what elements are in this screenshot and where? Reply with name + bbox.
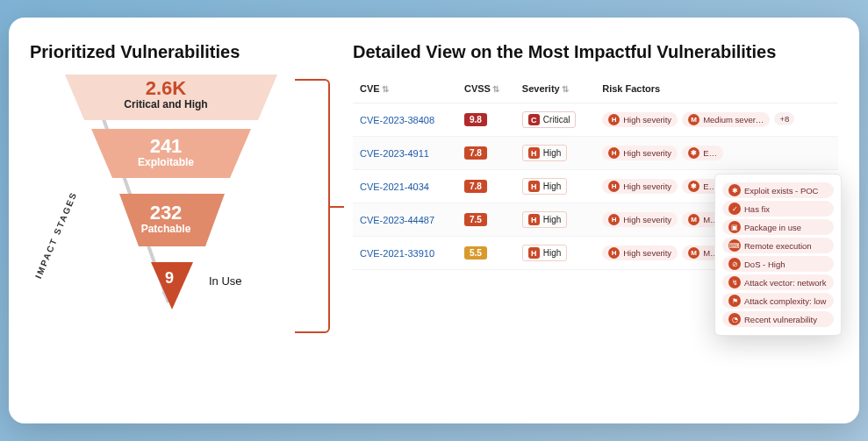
severity-badge: H High <box>522 245 568 261</box>
popover-item-label: Remote execution <box>744 241 812 251</box>
cvss-badge: 7.8 <box>464 180 487 193</box>
popover-item[interactable]: ✓Has fix <box>722 201 834 217</box>
stage2-label: Exploitable <box>30 156 302 168</box>
popover-item[interactable]: ⌨Remote execution <box>722 238 834 253</box>
risk-icon: ⌨ <box>728 239 741 252</box>
right-panel: Detailed View on the Most Impactful Vuln… <box>311 42 838 408</box>
popover-item-label: DoS - High <box>744 260 785 269</box>
risk-icon: ✓ <box>728 203 741 215</box>
risk-factors-popover: ✱Exploit exists - POC✓Has fix▣Package in… <box>714 174 842 336</box>
table-row[interactable]: CVE-2023-38408 9.8 C Critical HHigh seve… <box>353 103 838 137</box>
popover-item[interactable]: ⊘DoS - High <box>722 256 834 272</box>
cvss-badge: 5.5 <box>464 246 487 260</box>
sort-icon: ⇅ <box>562 84 569 94</box>
cve-link[interactable]: CVE-2023-4911 <box>360 148 429 159</box>
col-cvss-label: CVSS <box>464 83 491 94</box>
table-row[interactable]: CVE-2023-4911 7.8 H High HHigh severity … <box>353 137 838 170</box>
col-cve[interactable]: CVE⇅ <box>353 75 457 103</box>
risk-factor-pill[interactable]: HHigh severity <box>602 212 678 227</box>
severity-badge: C Critical <box>522 111 577 128</box>
col-cve-label: CVE <box>360 83 380 94</box>
stage3-label: Patchable <box>30 223 302 235</box>
popover-item[interactable]: ✱Exploit exists - POC <box>722 182 834 198</box>
severity-badge: H High <box>522 211 568 228</box>
funnel-chart: 2.6K Critical and High 241 Exploitable 2… <box>30 75 302 373</box>
funnel-stage-2: 241 Exploitable <box>30 136 302 168</box>
stage2-value: 241 <box>30 136 302 156</box>
col-risk: Risk Factors <box>595 75 838 103</box>
popover-item[interactable]: ▣Package in use <box>722 219 834 235</box>
popover-item-label: Has fix <box>744 204 770 214</box>
risk-icon: ◔ <box>728 313 741 325</box>
sort-icon: ⇅ <box>382 84 389 94</box>
popover-item[interactable]: ⚑Attack complexity: low <box>722 293 834 309</box>
cvss-badge: 9.8 <box>464 113 487 126</box>
cve-link[interactable]: CVE-2021-33910 <box>360 248 434 259</box>
popover-item-label: Exploit exists - POC <box>744 186 818 196</box>
col-severity-label: Severity <box>522 83 560 94</box>
cve-link[interactable]: CVE-2023-38408 <box>360 115 434 125</box>
right-title: Detailed View on the Most Impactful Vuln… <box>353 42 838 62</box>
stage1-value: 2.6K <box>30 78 302 98</box>
more-badge[interactable]: +8 <box>774 112 794 125</box>
severity-badge: H High <box>522 145 568 161</box>
stage4-value: 9 <box>165 269 174 288</box>
risk-icon: ⊘ <box>728 258 741 270</box>
col-severity[interactable]: Severity⇅ <box>515 75 595 103</box>
left-panel: Prioritized Vulnerabilities 2.6K Critica… <box>30 42 302 408</box>
col-cvss[interactable]: CVSS⇅ <box>457 75 515 103</box>
risk-factor-pill[interactable]: HHigh severity <box>602 245 678 260</box>
popover-item-label: Attack vector: network <box>744 278 826 288</box>
risk-icon: ✱ <box>728 184 741 196</box>
stage4-label: In Use <box>209 274 242 288</box>
col-risk-label: Risk Factors <box>602 83 660 94</box>
risk-factor-pill[interactable]: HHigh severity <box>602 146 678 160</box>
popover-item-label: Package in use <box>744 223 801 232</box>
risk-icon: ▣ <box>728 221 741 233</box>
risk-factor-pill[interactable]: HHigh severity <box>602 179 678 194</box>
sort-icon: ⇅ <box>492 84 499 94</box>
popover-item-label: Recent vulnerability <box>744 315 817 324</box>
cve-link[interactable]: CVE-2023-44487 <box>360 215 434 225</box>
severity-badge: H High <box>522 178 568 195</box>
cvss-badge: 7.8 <box>464 146 487 160</box>
cvss-badge: 7.5 <box>464 213 487 226</box>
popover-item[interactable]: ◔Recent vulnerability <box>722 311 834 327</box>
stage1-label: Critical and High <box>30 98 302 110</box>
risk-factor-pill[interactable]: ✱E… <box>682 146 723 160</box>
risk-factor-pill[interactable]: MMedium sever… <box>682 112 770 127</box>
risk-icon: ↯ <box>728 276 741 288</box>
dashboard-card: Prioritized Vulnerabilities 2.6K Critica… <box>9 18 859 423</box>
cve-link[interactable]: CVE-2021-4034 <box>360 181 429 192</box>
risk-icon: ⚑ <box>728 295 741 307</box>
left-title: Prioritized Vulnerabilities <box>30 42 302 62</box>
popover-item-label: Attack complexity: low <box>744 296 826 306</box>
funnel-stage-1: 2.6K Critical and High <box>30 78 302 110</box>
risk-factor-pill[interactable]: HHigh severity <box>602 112 678 127</box>
popover-item[interactable]: ↯Attack vector: network <box>722 274 834 290</box>
